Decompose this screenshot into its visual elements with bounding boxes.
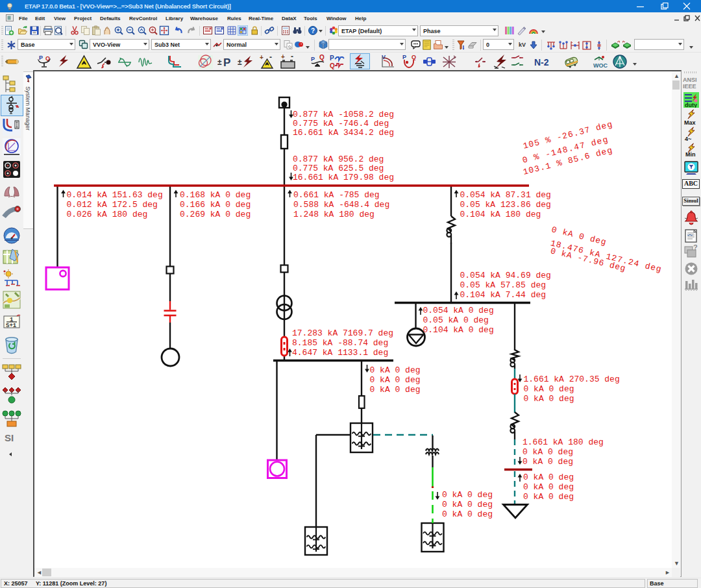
svg-text:0.054 kA 94.69 deg: 0.054 kA 94.69 deg (460, 271, 551, 280)
svg-text:0.775 kA 625.5 deg: 0.775 kA 625.5 deg (293, 164, 384, 173)
svg-text:Q: Q (412, 55, 416, 60)
svg-text:0.104 kA 7.44 deg: 0.104 kA 7.44 deg (460, 290, 547, 300)
svg-text:17.283 kA 7169.7 deg: 17.283 kA 7169.7 deg (292, 328, 393, 338)
svg-text:+: + (281, 55, 285, 60)
svg-text:0 kA 0 deg: 0 kA 0 deg (370, 365, 421, 375)
svg-text:0.054 kA 87.31 deg: 0.054 kA 87.31 deg (460, 190, 551, 200)
svg-text:-: - (269, 55, 272, 62)
svg-text:0 kA 0 deg: 0 kA 0 deg (442, 509, 493, 519)
svg-text:Q: Q (330, 62, 335, 69)
svg-text:0.014 kA 151.63 deg: 0.014 kA 151.63 deg (67, 190, 163, 200)
svg-text:±: ± (217, 58, 222, 67)
svg-text:16.661 kA 3434.2 deg: 16.661 kA 3434.2 deg (293, 128, 394, 138)
svg-text:0 kA 0 deg: 0 kA 0 deg (370, 375, 421, 385)
svg-text:0.588 kA -648.4 deg: 0.588 kA -648.4 deg (293, 200, 389, 210)
svg-text:0.054 kA 0 deg: 0.054 kA 0 deg (423, 306, 494, 315)
svg-text:0 kA 0 deg: 0 kA 0 deg (370, 385, 421, 395)
svg-text:S+1: S+1 (6, 323, 17, 329)
svg-text:N-2: N-2 (534, 57, 549, 67)
svg-text:0 kA 0 deg: 0 kA 0 deg (523, 447, 573, 457)
svg-text:?: ? (311, 27, 315, 34)
svg-text:0.026 kA 180 deg: 0.026 kA 180 deg (67, 210, 148, 219)
svg-text:duty: duty (685, 102, 697, 108)
svg-text:0 kA 0 deg: 0 kA 0 deg (442, 500, 493, 509)
svg-text:0.012 kA 172.5 deg: 0.012 kA 172.5 deg (67, 200, 158, 210)
svg-text:P: P (223, 56, 230, 69)
svg-text:±: ± (238, 58, 242, 67)
svg-text:0 kA 0 deg: 0 kA 0 deg (523, 457, 573, 467)
svg-text:0.05 kA 0 deg: 0.05 kA 0 deg (423, 315, 489, 325)
svg-text:P: P (311, 56, 315, 62)
svg-text:P: P (402, 55, 406, 60)
svg-text:1.661 kA 270.35 deg: 1.661 kA 270.35 deg (524, 374, 620, 384)
svg-text:0.104 kA 0 deg: 0.104 kA 0 deg (423, 325, 494, 335)
svg-text:0.05 kA 57.85 deg: 0.05 kA 57.85 deg (460, 280, 547, 290)
svg-text:8.185 kA -88.74 deg: 8.185 kA -88.74 deg (292, 338, 388, 348)
svg-text:0.877 kA 956.2 deg: 0.877 kA 956.2 deg (293, 154, 384, 164)
svg-text:Q: Q (319, 55, 325, 61)
svg-text:P: P (330, 55, 334, 62)
svg-text:?: ? (693, 244, 698, 251)
svg-text:0.775 kA -746.4 deg: 0.775 kA -746.4 deg (293, 119, 389, 129)
svg-text:1.248 kA 180 deg: 1.248 kA 180 deg (293, 210, 375, 219)
svg-text:0.05 kA 123.86 deg: 0.05 kA 123.86 deg (460, 200, 551, 210)
svg-text:4.647 kA 1133.1 deg: 4.647 kA 1133.1 deg (292, 348, 388, 358)
svg-text:0.166 kA 0 deg: 0.166 kA 0 deg (180, 200, 251, 210)
svg-text:0 kA 0 deg: 0 kA 0 deg (523, 492, 574, 502)
svg-text:WOC: WOC (593, 62, 608, 69)
svg-text:0 kA 0 deg: 0 kA 0 deg (523, 482, 574, 492)
svg-text:16.661 kA 179.98 deg: 16.661 kA 179.98 deg (293, 173, 394, 182)
svg-text:0.104 kA 180 deg: 0.104 kA 180 deg (460, 210, 541, 219)
svg-text:0.168 kA 0 deg: 0.168 kA 0 deg (180, 190, 251, 200)
svg-text:0 kA 0 deg: 0 kA 0 deg (442, 490, 493, 500)
svg-text:0.661 kA -785 deg: 0.661 kA -785 deg (293, 190, 380, 200)
svg-text:0.877 kA -1058.2 deg: 0.877 kA -1058.2 deg (293, 110, 394, 119)
svg-text:0 kA 0 deg: 0 kA 0 deg (523, 472, 574, 482)
svg-text:1.661 kA 180 deg: 1.661 kA 180 deg (523, 437, 604, 447)
svg-text:P: P (39, 55, 43, 61)
svg-text:0 kA 0 deg: 0 kA 0 deg (524, 384, 574, 394)
svg-text:0.269 kA 0 deg: 0.269 kA 0 deg (180, 210, 251, 219)
svg-text:0 kA 0 deg: 0 kA 0 deg (524, 394, 574, 404)
svg-text:+: + (260, 55, 264, 61)
